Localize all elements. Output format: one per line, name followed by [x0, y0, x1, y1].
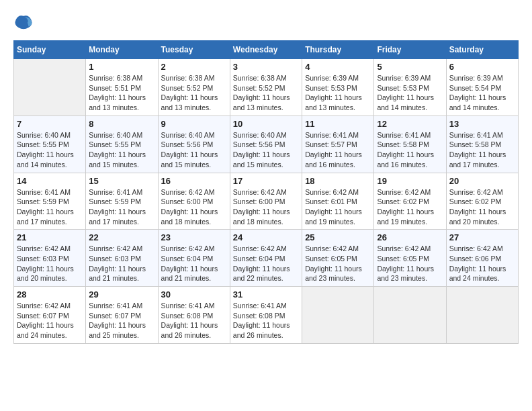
day-info: Sunrise: 6:41 AMSunset: 5:58 PMDaylight:… — [377, 130, 443, 170]
day-info: Sunrise: 6:38 AMSunset: 5:52 PMDaylight:… — [233, 73, 299, 113]
calendar-cell: 30 Sunrise: 6:41 AMSunset: 6:08 PMDaylig… — [158, 287, 230, 344]
day-info: Sunrise: 6:41 AMSunset: 5:58 PMDaylight:… — [449, 130, 515, 170]
calendar-cell: 16 Sunrise: 6:42 AMSunset: 6:00 PMDaylig… — [158, 173, 230, 230]
calendar-cell: 23 Sunrise: 6:42 AMSunset: 6:04 PMDaylig… — [158, 230, 230, 287]
calendar-cell: 28 Sunrise: 6:42 AMSunset: 6:07 PMDaylig… — [14, 287, 86, 344]
day-info: Sunrise: 6:41 AMSunset: 5:59 PMDaylight:… — [17, 187, 83, 227]
calendar-cell: 12 Sunrise: 6:41 AMSunset: 5:58 PMDaylig… — [374, 116, 446, 173]
day-number: 28 — [17, 289, 83, 300]
day-number: 13 — [449, 119, 515, 129]
calendar-cell: 11 Sunrise: 6:41 AMSunset: 5:57 PMDaylig… — [302, 116, 374, 173]
calendar-cell: 27 Sunrise: 6:42 AMSunset: 6:06 PMDaylig… — [446, 230, 518, 287]
calendar-week-row: 14 Sunrise: 6:41 AMSunset: 5:59 PMDaylig… — [14, 173, 519, 230]
weekday-header: Wednesday — [230, 41, 302, 59]
calendar-cell — [446, 287, 518, 344]
day-number: 15 — [89, 176, 154, 186]
logo-icon — [13, 13, 34, 34]
day-info: Sunrise: 6:39 AMSunset: 5:53 PMDaylight:… — [305, 73, 371, 113]
day-number: 3 — [233, 62, 299, 72]
day-number: 5 — [377, 62, 443, 72]
day-number: 9 — [161, 119, 227, 129]
day-info: Sunrise: 6:42 AMSunset: 6:05 PMDaylight:… — [377, 244, 443, 283]
calendar-cell: 9 Sunrise: 6:40 AMSunset: 5:56 PMDayligh… — [158, 116, 230, 173]
day-info: Sunrise: 6:42 AMSunset: 6:03 PMDaylight:… — [89, 244, 154, 283]
day-number: 24 — [233, 232, 299, 242]
day-number: 1 — [89, 62, 154, 72]
day-info: Sunrise: 6:42 AMSunset: 6:07 PMDaylight:… — [17, 301, 83, 340]
calendar-cell — [14, 59, 86, 116]
calendar-cell: 19 Sunrise: 6:42 AMSunset: 6:02 PMDaylig… — [374, 173, 446, 230]
day-number: 17 — [233, 176, 299, 186]
weekday-header: Friday — [374, 41, 446, 59]
day-info: Sunrise: 6:41 AMSunset: 5:59 PMDaylight:… — [89, 187, 154, 227]
calendar-cell: 5 Sunrise: 6:39 AMSunset: 5:53 PMDayligh… — [374, 59, 446, 116]
calendar-cell: 7 Sunrise: 6:40 AMSunset: 5:55 PMDayligh… — [14, 116, 86, 173]
day-number: 22 — [89, 232, 154, 242]
logo — [13, 13, 36, 34]
calendar-header-row: SundayMondayTuesdayWednesdayThursdayFrid… — [14, 41, 519, 59]
day-number: 23 — [161, 232, 227, 242]
day-number: 27 — [449, 232, 515, 242]
calendar-cell: 15 Sunrise: 6:41 AMSunset: 5:59 PMDaylig… — [86, 173, 158, 230]
day-number: 6 — [449, 62, 515, 72]
calendar-cell: 4 Sunrise: 6:39 AMSunset: 5:53 PMDayligh… — [302, 59, 374, 116]
calendar-cell: 31 Sunrise: 6:41 AMSunset: 6:08 PMDaylig… — [230, 287, 302, 344]
day-number: 30 — [161, 289, 227, 300]
day-number: 20 — [449, 176, 515, 186]
day-info: Sunrise: 6:42 AMSunset: 6:06 PMDaylight:… — [449, 244, 515, 283]
calendar-cell: 3 Sunrise: 6:38 AMSunset: 5:52 PMDayligh… — [230, 59, 302, 116]
day-info: Sunrise: 6:38 AMSunset: 5:51 PMDaylight:… — [89, 73, 154, 113]
day-number: 25 — [305, 232, 371, 242]
calendar-cell: 6 Sunrise: 6:39 AMSunset: 5:54 PMDayligh… — [446, 59, 518, 116]
calendar-cell: 24 Sunrise: 6:42 AMSunset: 6:04 PMDaylig… — [230, 230, 302, 287]
weekday-header: Thursday — [302, 41, 374, 59]
calendar-week-row: 28 Sunrise: 6:42 AMSunset: 6:07 PMDaylig… — [14, 287, 519, 344]
day-number: 26 — [377, 232, 443, 242]
day-number: 7 — [17, 119, 83, 129]
day-number: 29 — [89, 289, 154, 300]
calendar-cell — [302, 287, 374, 344]
calendar-cell: 18 Sunrise: 6:42 AMSunset: 6:01 PMDaylig… — [302, 173, 374, 230]
calendar-cell: 29 Sunrise: 6:41 AMSunset: 6:07 PMDaylig… — [86, 287, 158, 344]
day-number: 4 — [305, 62, 371, 72]
calendar-cell: 2 Sunrise: 6:38 AMSunset: 5:52 PMDayligh… — [158, 59, 230, 116]
weekday-header: Monday — [86, 41, 158, 59]
calendar-cell: 1 Sunrise: 6:38 AMSunset: 5:51 PMDayligh… — [86, 59, 158, 116]
weekday-header: Sunday — [14, 41, 86, 59]
calendar-week-row: 7 Sunrise: 6:40 AMSunset: 5:55 PMDayligh… — [14, 116, 519, 173]
day-info: Sunrise: 6:42 AMSunset: 6:00 PMDaylight:… — [161, 187, 227, 227]
calendar-cell: 10 Sunrise: 6:40 AMSunset: 5:56 PMDaylig… — [230, 116, 302, 173]
day-number: 8 — [89, 119, 154, 129]
weekday-header: Saturday — [446, 41, 518, 59]
day-number: 21 — [17, 232, 83, 242]
day-number: 11 — [305, 119, 371, 129]
calendar-cell: 25 Sunrise: 6:42 AMSunset: 6:05 PMDaylig… — [302, 230, 374, 287]
day-info: Sunrise: 6:40 AMSunset: 5:56 PMDaylight:… — [161, 130, 227, 170]
day-number: 2 — [161, 62, 227, 72]
day-info: Sunrise: 6:40 AMSunset: 5:56 PMDaylight:… — [233, 130, 299, 170]
calendar-cell: 21 Sunrise: 6:42 AMSunset: 6:03 PMDaylig… — [14, 230, 86, 287]
day-info: Sunrise: 6:40 AMSunset: 5:55 PMDaylight:… — [17, 130, 83, 170]
day-info: Sunrise: 6:40 AMSunset: 5:55 PMDaylight:… — [89, 130, 154, 170]
day-info: Sunrise: 6:38 AMSunset: 5:52 PMDaylight:… — [161, 73, 227, 113]
calendar-cell: 26 Sunrise: 6:42 AMSunset: 6:05 PMDaylig… — [374, 230, 446, 287]
calendar-cell — [374, 287, 446, 344]
day-info: Sunrise: 6:39 AMSunset: 5:54 PMDaylight:… — [449, 73, 515, 113]
day-number: 10 — [233, 119, 299, 129]
calendar-cell: 13 Sunrise: 6:41 AMSunset: 5:58 PMDaylig… — [446, 116, 518, 173]
day-info: Sunrise: 6:42 AMSunset: 6:05 PMDaylight:… — [305, 244, 371, 283]
calendar-week-row: 21 Sunrise: 6:42 AMSunset: 6:03 PMDaylig… — [14, 230, 519, 287]
day-info: Sunrise: 6:42 AMSunset: 6:02 PMDaylight:… — [449, 187, 515, 227]
day-info: Sunrise: 6:41 AMSunset: 6:08 PMDaylight:… — [161, 301, 227, 340]
page-header — [13, 13, 519, 34]
day-number: 14 — [17, 176, 83, 186]
day-info: Sunrise: 6:42 AMSunset: 6:01 PMDaylight:… — [305, 187, 371, 227]
day-info: Sunrise: 6:41 AMSunset: 6:07 PMDaylight:… — [89, 301, 154, 340]
calendar-cell: 17 Sunrise: 6:42 AMSunset: 6:00 PMDaylig… — [230, 173, 302, 230]
calendar-cell: 14 Sunrise: 6:41 AMSunset: 5:59 PMDaylig… — [14, 173, 86, 230]
day-info: Sunrise: 6:42 AMSunset: 6:00 PMDaylight:… — [233, 187, 299, 227]
calendar-cell: 8 Sunrise: 6:40 AMSunset: 5:55 PMDayligh… — [86, 116, 158, 173]
day-number: 19 — [377, 176, 443, 186]
day-info: Sunrise: 6:41 AMSunset: 5:57 PMDaylight:… — [305, 130, 371, 170]
day-info: Sunrise: 6:42 AMSunset: 6:03 PMDaylight:… — [17, 244, 83, 283]
